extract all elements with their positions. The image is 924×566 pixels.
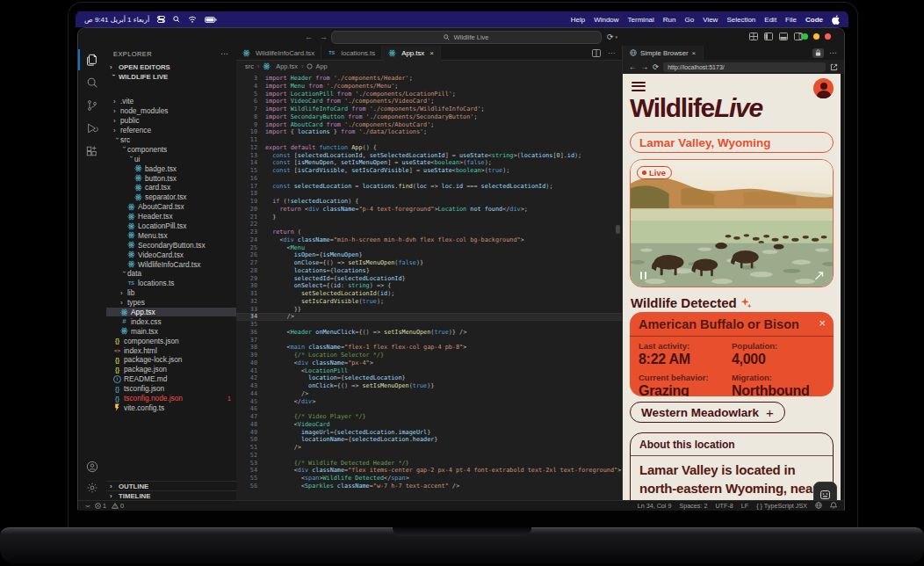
tree-item-readme-md[interactable]: iREADME.md: [106, 374, 236, 384]
open-external-icon[interactable]: [830, 63, 838, 71]
menu-item-view[interactable]: View: [703, 16, 718, 24]
breadcrumb-item-app[interactable]: App: [307, 62, 327, 70]
url-input[interactable]: http://localhost:5173/: [663, 62, 826, 72]
tree-item-data[interactable]: ›data: [106, 269, 236, 279]
close-icon[interactable]: ×: [692, 49, 697, 57]
tree-item-card-tsx[interactable]: card.tsx: [106, 183, 236, 192]
code-line[interactable]: 36 <Header onMenuClick={() => setIsMenuO…: [236, 329, 622, 337]
code-line[interactable]: 14 const [isMenuOpen, setIsMenuOpen] = u…: [236, 159, 622, 167]
history-forward-icon[interactable]: →: [320, 31, 328, 43]
code-line[interactable]: 23 return (: [236, 229, 622, 236]
menu-item-selection[interactable]: Selection: [726, 16, 755, 24]
problems-warnings[interactable]: 0: [112, 502, 124, 510]
code-line[interactable]: 26 isOpen={isMenuOpen}: [236, 251, 622, 259]
tree-item-aboutcard-tsx[interactable]: AboutCard.tsx: [106, 202, 236, 212]
project-root-section[interactable]: ›WILDLIFE LIVE: [106, 72, 236, 82]
code-line[interactable]: 12export default function App() {: [236, 144, 622, 152]
browser-forward-icon[interactable]: →: [641, 62, 649, 71]
code-line[interactable]: 15 const [isCardVisible, setIsCardVisibl…: [236, 167, 622, 175]
code-line[interactable]: 8import SecondaryButton from './componen…: [236, 113, 622, 121]
close-card-icon[interactable]: ×: [819, 316, 826, 330]
code-line[interactable]: 49 imageUrl={selectedLocation.imageUrl}: [236, 429, 622, 437]
browser-reload-icon[interactable]: ⟳: [653, 62, 659, 71]
history-back-icon[interactable]: ←: [305, 31, 313, 43]
editor-scrollbar[interactable]: [616, 225, 620, 234]
menu-item-code[interactable]: Code: [805, 16, 823, 24]
code-editor[interactable]: 3import Header from './components/Header…: [236, 72, 622, 500]
tree-item-separator-tsx[interactable]: separator.tsx: [106, 192, 236, 202]
tree-item-index-html[interactable]: <>index.html: [106, 345, 236, 355]
code-line[interactable]: 51 />: [236, 444, 622, 452]
tree-item-src[interactable]: ›src: [106, 135, 236, 145]
tab-app-tsx[interactable]: App.tsx×: [382, 46, 441, 61]
tree-item-header-tsx[interactable]: Header.tsx: [106, 212, 236, 221]
breadcrumb-item-app-tsx[interactable]: App.tsx: [263, 62, 298, 70]
status-item-utf-8[interactable]: UTF-8: [715, 502, 733, 510]
toggle-panel-icon[interactable]: [779, 33, 788, 40]
tree-item-types[interactable]: ›types: [106, 298, 236, 308]
browser-more-icon[interactable]: ⋯: [829, 48, 838, 57]
customize-layout-icon[interactable]: [749, 33, 758, 40]
code-line[interactable]: 48 <VideoCard: [236, 421, 622, 429]
code-line[interactable]: 33 }}: [236, 306, 622, 314]
tree-item-main-tsx[interactable]: main.tsx: [106, 326, 236, 336]
tree-item-vite-config-ts[interactable]: vite.config.ts: [106, 403, 236, 413]
code-line[interactable]: 29 selectedId={selectedLocationId}: [236, 275, 622, 283]
wifi-icon[interactable]: [188, 16, 197, 23]
tree-item-tsconfig-node-json[interactable]: {}tsconfig.node.json1: [106, 394, 236, 403]
tree-item-app-tsx[interactable]: App.tsx: [106, 308, 236, 317]
code-line[interactable]: 19 if (!selectedLocation) {: [236, 198, 622, 206]
close-window-button[interactable]: [825, 33, 831, 40]
menu-bar-clock[interactable]: أربعاء 1 أبريل 9:41 ص: [84, 16, 149, 24]
expand-icon[interactable]: [814, 271, 824, 280]
tree-item-node-modules[interactable]: ›node_modules: [106, 106, 236, 116]
explorer-actions-icon[interactable]: ⋯: [220, 49, 229, 58]
code-line[interactable]: 18: [236, 190, 622, 198]
code-line[interactable]: 31 setSelectedLocationId(id);: [236, 290, 622, 298]
problems-errors[interactable]: 1: [95, 502, 106, 510]
control-center-icon[interactable]: [157, 16, 165, 23]
tree-item-public[interactable]: ›public: [106, 116, 236, 126]
code-line[interactable]: 22: [236, 221, 622, 229]
avatar[interactable]: [813, 78, 834, 98]
menu-item-window[interactable]: Window: [594, 16, 618, 24]
live-video-card[interactable]: Live: [630, 159, 834, 287]
code-line[interactable]: 42 location={selectedLocation}: [236, 374, 622, 382]
toggle-primary-sidebar-icon[interactable]: [764, 33, 773, 40]
code-line[interactable]: 9import AboutCard from './components/Abo…: [236, 121, 622, 129]
code-line[interactable]: 35: [236, 321, 622, 329]
code-line[interactable]: 7import WildlifeInfoCard from './compone…: [236, 105, 622, 113]
status-item-spaces-2[interactable]: Spaces: 2: [679, 502, 707, 510]
close-icon[interactable]: ×: [430, 49, 434, 57]
settings-gear-icon[interactable]: [78, 477, 106, 498]
code-line[interactable]: 4import Menu from './components/Menu';: [236, 83, 622, 91]
menu-item-help[interactable]: Help: [571, 16, 585, 24]
tree-item-videocard-tsx[interactable]: VideoCard.tsx: [106, 250, 236, 259]
tree-item-badge-tsx[interactable]: badge.tsx: [106, 163, 236, 173]
tab-simple-browser[interactable]: Simple Browser ×: [623, 46, 704, 60]
pause-icon[interactable]: [640, 272, 646, 279]
code-line[interactable]: 40 <div className="px-4">: [236, 359, 622, 367]
tree-item-components-json[interactable]: {}components.json: [106, 336, 236, 345]
floating-widget[interactable]: [813, 482, 837, 500]
tab-locations-ts[interactable]: TSlocations.ts: [321, 46, 382, 60]
code-line[interactable]: 5import LocationPill from './components/…: [236, 91, 622, 98]
menu-item-file[interactable]: File: [785, 16, 797, 24]
code-line[interactable]: 32 setIsCardVisible(true);: [236, 298, 622, 306]
hamburger-menu-icon[interactable]: [632, 82, 646, 93]
battery-icon[interactable]: [205, 17, 217, 23]
code-line[interactable]: 30 onSelect={(id: string) => {: [236, 282, 622, 290]
code-line[interactable]: 53 {/* Wildlife Detected Header */}: [236, 460, 622, 468]
code-line[interactable]: 52: [236, 452, 622, 460]
open-editors-section[interactable]: ›OPEN EDITORS: [106, 62, 236, 72]
tree-item-tsconfig-json[interactable]: {}tsconfig.json: [106, 384, 236, 394]
bell-icon[interactable]: [830, 502, 837, 511]
timeline-section[interactable]: ›TIMELINE: [106, 490, 236, 500]
source-control-icon[interactable]: [78, 95, 106, 116]
tree-item-secondarybutton-tsx[interactable]: SecondaryButton.tsx: [106, 240, 236, 250]
code-line[interactable]: 55 <span>Wildlife Detected</span>: [236, 475, 622, 483]
spotlight-search-icon[interactable]: [173, 16, 180, 23]
reload-window-icon[interactable]: ⟳▾: [607, 31, 617, 43]
code-line[interactable]: 56 <Sparkles className="w-7 h-7 text-acc…: [236, 483, 622, 490]
code-line[interactable]: 46: [236, 405, 622, 413]
